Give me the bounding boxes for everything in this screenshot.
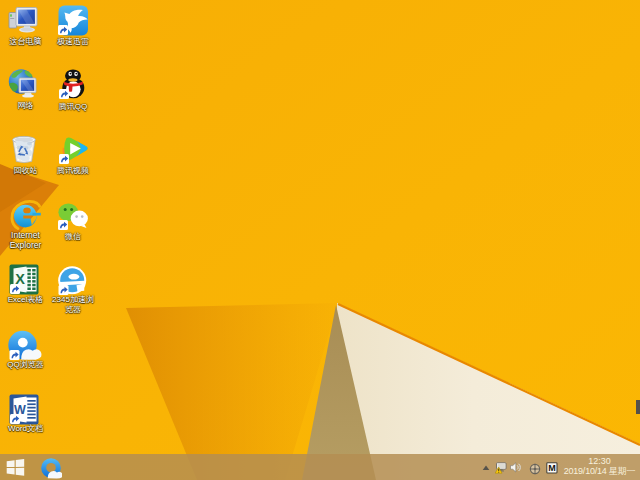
svg-text:M: M: [548, 463, 556, 473]
